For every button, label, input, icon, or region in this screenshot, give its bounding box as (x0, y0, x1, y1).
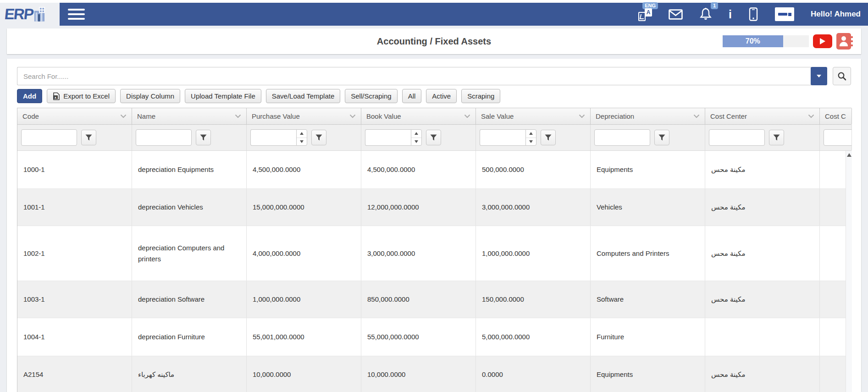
filter-input-cost-center[interactable] (709, 129, 765, 146)
cell-cost-center: مكينة محس (705, 356, 820, 392)
cell-code: 1003-1 (17, 281, 132, 318)
progress-fill: 70% (723, 35, 783, 47)
filter-cell-name (132, 125, 247, 150)
active-button[interactable]: Active (426, 89, 457, 103)
logo-text: ERP (4, 6, 34, 23)
table-row[interactable]: 1002-1depreciation Computers and printer… (17, 226, 852, 281)
cell-code: 1002-1 (17, 226, 132, 281)
chevron-down-icon[interactable] (579, 114, 585, 118)
add-button[interactable]: Add (17, 89, 42, 103)
sell-scraping-button[interactable]: Sell/Scraping (345, 89, 397, 103)
search-icon (838, 72, 846, 81)
cell-book-value: 12,000,000.0000 (361, 189, 476, 226)
grid-filter-row (17, 125, 851, 151)
filter-funnel-icon (200, 134, 207, 141)
cell-name: depreciation Equipments (132, 151, 247, 188)
filter-cell-sale-value (476, 125, 591, 150)
cell-sale-value: 150,000.0000 (476, 281, 591, 318)
notifications-bell-icon[interactable]: 1 (699, 7, 712, 21)
filter-button-depreciation[interactable] (654, 130, 669, 145)
upload-template-file-button[interactable]: Upload Template File (185, 89, 261, 103)
filter-input-sale-value[interactable] (480, 129, 525, 146)
display-column-button[interactable]: Display Column (120, 89, 180, 103)
chevron-down-icon[interactable] (235, 114, 241, 118)
filter-input-cost-c[interactable] (824, 129, 852, 146)
all-button[interactable]: All (402, 89, 422, 103)
search-button[interactable] (833, 67, 851, 85)
cell-purchase-value: 15,000,000.0000 (247, 189, 361, 226)
search-dropdown-button[interactable] (811, 67, 827, 85)
spinner-sale-value[interactable] (525, 129, 536, 146)
filter-funnel-icon (85, 134, 92, 141)
company-avatar[interactable] (775, 7, 794, 21)
cell-book-value: 10,000.0000 (361, 356, 476, 392)
chevron-down-icon[interactable] (693, 114, 700, 118)
scraping-button[interactable]: Scraping (461, 89, 500, 103)
language-icon[interactable]: ENG A (638, 7, 652, 21)
youtube-icon[interactable] (813, 34, 832, 48)
filter-funnel-icon (430, 134, 437, 141)
cell-purchase-value: 4,000,000.0000 (247, 226, 361, 281)
table-row[interactable]: 1001-1depreciation Vehicles15,000,000.00… (17, 189, 852, 226)
filter-input-name[interactable] (136, 129, 192, 146)
export-to-excel-button[interactable]: xExport to Excel (47, 89, 116, 103)
user-greeting[interactable]: Hello! Ahmed (811, 10, 861, 19)
chevron-down-icon[interactable] (120, 114, 127, 118)
filter-cell-cost-center (705, 125, 820, 150)
table-row[interactable]: 1004-1depreciation Furniture55,001,000.0… (17, 318, 852, 356)
cell-sale-value: 0.0000 (476, 356, 591, 392)
chevron-down-icon[interactable] (808, 114, 814, 118)
filter-input-purchase-value[interactable] (250, 129, 296, 146)
filter-cell-depreciation (591, 125, 705, 150)
filter-button-name[interactable] (196, 130, 211, 145)
filter-funnel-icon (545, 134, 552, 141)
cell-name: depreciation Vehicles (132, 189, 247, 226)
navbar-actions: ENG A 1 i (638, 7, 868, 21)
fixed-assets-grid: CodeNamePurchase ValueBook ValueSale Val… (17, 108, 851, 392)
column-header-cost-center[interactable]: Cost Center (705, 108, 820, 124)
cell-depreciation: Equipments (591, 356, 705, 392)
column-header-depreciation[interactable]: Depreciation (591, 108, 705, 124)
table-row[interactable]: 1003-1depreciation Software1,000,000.000… (17, 281, 852, 318)
cell-book-value: 850,000.0000 (361, 281, 476, 318)
cell-code: A2154 (17, 356, 132, 392)
column-header-name[interactable]: Name (132, 108, 247, 124)
column-header-book-value[interactable]: Book Value (361, 108, 476, 124)
filter-button-sale-value[interactable] (541, 130, 556, 145)
filter-button-book-value[interactable] (426, 130, 441, 145)
info-icon[interactable]: i (729, 9, 732, 20)
search-input[interactable] (17, 67, 812, 85)
svg-text:x: x (55, 95, 57, 99)
cell-book-value: 4,500,000.0000 (361, 151, 476, 188)
table-row[interactable]: 1000-1depreciation Equipments4,500,000.0… (17, 151, 852, 189)
filter-button-purchase-value[interactable] (311, 130, 326, 145)
save-load-template-button[interactable]: Save/Load Template (266, 89, 341, 103)
column-header-code[interactable]: Code (17, 108, 132, 124)
cell-code: 1004-1 (17, 318, 132, 356)
filter-input-code[interactable] (21, 129, 77, 146)
scroll-up-icon[interactable] (847, 153, 851, 157)
spinner-book-value[interactable] (411, 129, 422, 146)
chevron-down-icon[interactable] (349, 114, 356, 118)
column-header-purchase-value[interactable]: Purchase Value (247, 108, 361, 124)
contact-book-icon[interactable] (836, 33, 851, 50)
table-row[interactable]: A2154ماكينه كهرباء10,000.000010,000.0000… (17, 356, 852, 392)
column-header-cost-c[interactable]: Cost C (820, 108, 852, 124)
filter-input-book-value[interactable] (365, 129, 411, 146)
mail-icon[interactable] (669, 9, 683, 20)
grid-body: 1000-1depreciation Equipments4,500,000.0… (17, 151, 852, 392)
menu-hamburger-icon[interactable] (68, 9, 85, 20)
filter-button-code[interactable] (81, 130, 96, 145)
app-logo[interactable]: ERP (0, 3, 60, 26)
search-bar (17, 67, 851, 85)
column-header-sale-value[interactable]: Sale Value (476, 108, 591, 124)
progress-label: 70% (746, 37, 760, 45)
vertical-scrollbar[interactable] (846, 151, 852, 392)
cell-sale-value: 3,000,000.0000 (476, 189, 591, 226)
filter-input-depreciation[interactable] (594, 129, 650, 146)
mobile-icon[interactable] (748, 7, 758, 21)
cell-depreciation: Software (591, 281, 705, 318)
filter-button-cost-center[interactable] (769, 130, 784, 145)
chevron-down-icon[interactable] (464, 114, 470, 118)
spinner-purchase-value[interactable] (296, 129, 307, 146)
